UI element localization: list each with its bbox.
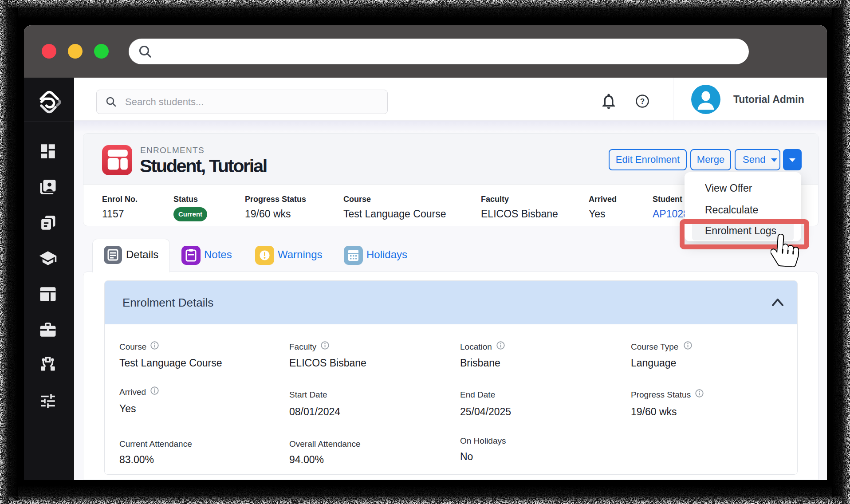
svg-text:?: ?	[640, 97, 645, 106]
